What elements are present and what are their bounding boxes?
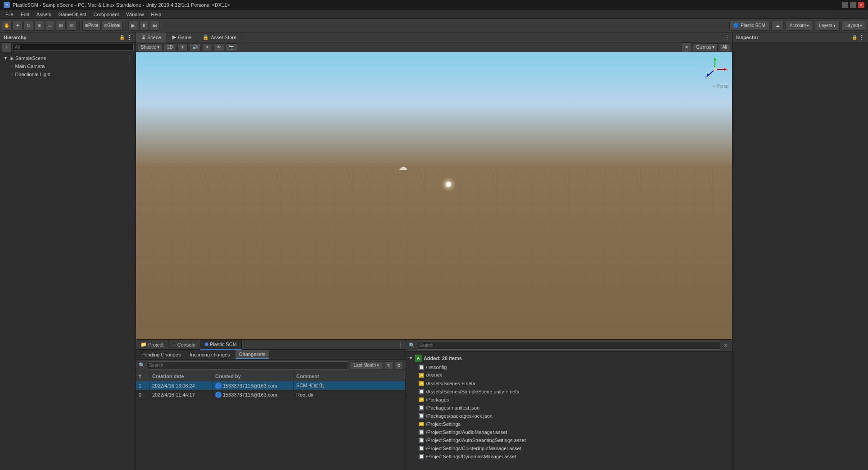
- shaded-dropdown[interactable]: Shaded ▾: [138, 43, 163, 51]
- hierarchy-panel: Hierarchy 🔒 ⋮ + ▼ ⊞ SampleScene ⋮ ○ Main…: [0, 32, 136, 470]
- list-item[interactable]: 📄 /ProjectSettings/DynamicsManager.asset: [406, 452, 732, 461]
- minimize-button[interactable]: ─: [842, 2, 848, 8]
- hierarchy-item-samplescene[interactable]: ▼ ⊞ SampleScene ⋮: [0, 54, 136, 62]
- menu-component[interactable]: Component: [90, 10, 122, 19]
- list-item[interactable]: 📁 /Packages: [406, 396, 732, 404]
- inspector-content: [732, 42, 868, 470]
- tab-plastic-scm[interactable]: Plastic SCM: [200, 340, 242, 350]
- rotate-tool-button[interactable]: ↻: [23, 21, 33, 31]
- pivot-button[interactable]: ⊕ Pivot: [82, 21, 100, 31]
- list-item[interactable]: 📄 /ProjectSettings/AutoStreamingSettings…: [406, 436, 732, 444]
- col-header-num[interactable]: #: [136, 371, 149, 381]
- list-item[interactable]: 📁 /Assets: [406, 371, 732, 379]
- filter-options-button[interactable]: ⚙: [395, 361, 403, 370]
- viewport[interactable]: ☁ X Y Z: [136, 52, 732, 339]
- global-icon: ⊙: [104, 23, 107, 28]
- hand-tool-button[interactable]: ✋: [2, 21, 12, 31]
- tab-asset-store[interactable]: 🔒 Asset Store: [197, 32, 242, 42]
- row1-num: 1: [136, 381, 149, 390]
- layers-label: Layers: [819, 23, 832, 28]
- menu-assets[interactable]: Assets: [33, 10, 55, 19]
- scene-vis-button[interactable]: 👁: [213, 43, 224, 51]
- menu-file[interactable]: File: [2, 10, 17, 19]
- scene-tabs-more-icon[interactable]: ⋮: [722, 32, 732, 42]
- custom-tool-button[interactable]: ⊙: [67, 21, 77, 31]
- maximize-button[interactable]: □: [850, 2, 856, 8]
- menu-help[interactable]: Help: [147, 10, 165, 19]
- lighting-button[interactable]: ☀: [177, 43, 188, 51]
- layout-label: Layout: [845, 23, 859, 28]
- hierarchy-item-more-icon[interactable]: ⋮: [127, 56, 132, 61]
- effects-button[interactable]: ✦: [202, 43, 212, 51]
- table-row[interactable]: 0 2022/4/16 11:44:17 👤 15333737116@163.c…: [136, 390, 406, 399]
- layers-dropdown[interactable]: Layers ▾: [815, 21, 840, 31]
- table-row[interactable]: 1 2022/4/16 13:06:24 👤 15333737116@163.c…: [136, 381, 406, 390]
- audio-button[interactable]: 🔊: [189, 43, 201, 51]
- step-button[interactable]: ⏭: [150, 21, 160, 31]
- inspector-lock-icon[interactable]: 🔒: [852, 35, 857, 40]
- tab-scene[interactable]: ⊞ Scene: [136, 32, 167, 42]
- changeset-detail-panel: 🔍 ✕ ▼ A Added: 28 items 📄 /.vsconfig: [406, 340, 732, 470]
- filter-chevron-icon: ▾: [377, 363, 379, 368]
- list-item[interactable]: 📄 /Packages/packages-lock.json: [406, 412, 732, 420]
- account-dropdown[interactable]: Account ▾: [786, 21, 813, 31]
- all-dropdown[interactable]: All: [719, 43, 730, 51]
- shaded-chevron-icon: ▾: [157, 45, 159, 50]
- hierarchy-search-input[interactable]: [13, 44, 134, 51]
- viewport-gizmo[interactable]: X Y Z: [701, 56, 728, 83]
- changeset-search-input[interactable]: [417, 342, 720, 350]
- subtab-pending-changes[interactable]: Pending Changes: [138, 350, 184, 359]
- list-item[interactable]: 📄 /Assets/Scenes/SampleScene.unity +meta: [406, 388, 732, 396]
- rect-tool-button[interactable]: ▭: [45, 21, 55, 31]
- list-item[interactable]: 📄 /ProjectSettings/AudioManager.asset: [406, 428, 732, 436]
- list-item[interactable]: 📁 /ProjectSettings: [406, 420, 732, 428]
- scene-close-button[interactable]: ✕: [682, 42, 692, 52]
- scale-tool-button[interactable]: ⊕: [34, 21, 44, 31]
- move-tool-button[interactable]: ✦: [13, 21, 23, 31]
- tab-project[interactable]: 📁 Project: [136, 340, 168, 350]
- gizmos-dropdown[interactable]: Gizmos ▾: [693, 43, 718, 51]
- list-item[interactable]: 📄 /Packages/manifest.json: [406, 404, 732, 412]
- twod-button[interactable]: 2D: [164, 43, 176, 51]
- changeset-search-close-button[interactable]: ✕: [722, 342, 729, 349]
- menu-window[interactable]: Window: [122, 10, 147, 19]
- hierarchy-lock-icon[interactable]: 🔒: [119, 35, 125, 40]
- plastic-search-input[interactable]: [147, 361, 348, 370]
- hierarchy-add-button[interactable]: +: [2, 42, 12, 52]
- svg-text:Z: Z: [705, 75, 707, 79]
- cloud-button[interactable]: ☁: [771, 21, 784, 31]
- file-path: /ProjectSettings: [426, 421, 461, 427]
- plastic-scm-button[interactable]: 🔵 Plastic SCM: [729, 21, 769, 31]
- last-month-filter-button[interactable]: Last Month ▾: [350, 361, 383, 370]
- col-header-creator[interactable]: Created by: [212, 371, 294, 381]
- plastic-scm-tab-dot-icon: [205, 342, 208, 346]
- hierarchy-item-directionallight[interactable]: ○ Directional Light: [7, 70, 136, 78]
- refresh-button[interactable]: ↻: [385, 361, 393, 370]
- close-button[interactable]: ✕: [858, 2, 864, 8]
- menu-edit[interactable]: Edit: [17, 10, 33, 19]
- tab-game[interactable]: ▶ Game: [167, 32, 197, 42]
- scene-cam-button[interactable]: 📷: [226, 43, 237, 51]
- hierarchy-item-maincamera[interactable]: ○ Main Camera: [7, 62, 136, 70]
- menu-gameobject[interactable]: GameObject: [55, 10, 90, 19]
- added-section-header[interactable]: ▼ A Added: 28 items: [406, 353, 732, 363]
- bottom-tabs-more-icon[interactable]: ⋮: [396, 340, 406, 350]
- subtab-changesets[interactable]: Changesets: [235, 350, 269, 359]
- tab-console[interactable]: ≡ Console: [168, 340, 200, 350]
- hierarchy-more-icon[interactable]: ⋮: [127, 34, 132, 41]
- col-header-comment[interactable]: Comment: [294, 371, 406, 381]
- list-item[interactable]: 📄 /.vsconfig: [406, 363, 732, 371]
- global-button[interactable]: ⊙ Global: [101, 21, 122, 31]
- cloud-visual: ☁: [398, 161, 407, 172]
- inspector-more-icon[interactable]: ⋮: [859, 34, 864, 41]
- play-button[interactable]: ▶: [128, 21, 138, 31]
- col-header-date[interactable]: Creation date: [149, 371, 212, 381]
- list-item[interactable]: 📄 /ProjectSettings/ClusterInputManager.a…: [406, 444, 732, 452]
- changesets-label: Changesets: [239, 351, 266, 357]
- pause-button[interactable]: ⏸: [139, 21, 149, 31]
- list-item[interactable]: 📁 /Assets/Scenes +meta: [406, 379, 732, 388]
- transform-tool-button[interactable]: ⊞: [56, 21, 66, 31]
- layout-dropdown[interactable]: Layout ▾: [841, 21, 866, 31]
- account-label: Account: [790, 23, 806, 28]
- subtab-incoming-changes[interactable]: Incoming changes: [186, 350, 233, 359]
